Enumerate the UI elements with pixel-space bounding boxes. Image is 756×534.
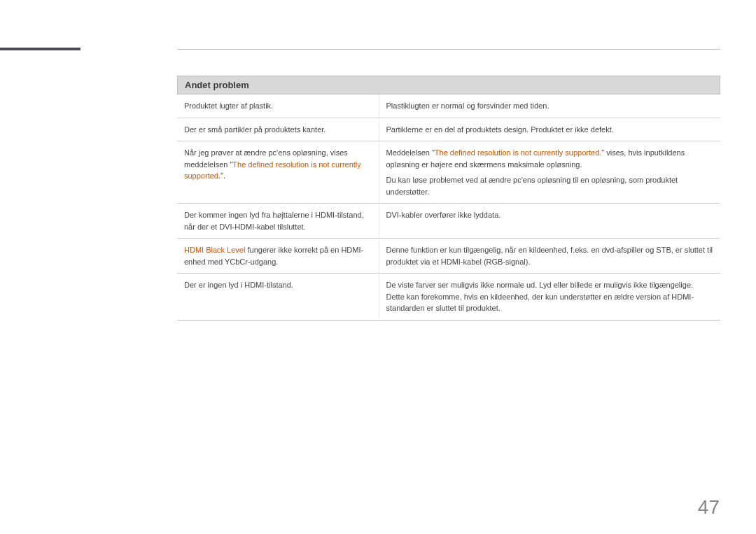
answer-paragraph: Du kan løse problemet ved at ændre pc'en… — [386, 174, 714, 197]
issue-cell: Der er små partikler på produktets kante… — [177, 118, 379, 141]
text-span: Denne funktion er kun tilgængelig, når e… — [386, 246, 713, 266]
answer-cell: De viste farver ser muligvis ikke normal… — [379, 274, 720, 321]
table-row: HDMI Black Level fungerer ikke korrekt p… — [177, 239, 720, 274]
table-row: Produktet lugter af plastik.Plastiklugte… — [177, 94, 720, 118]
text-span: Produktet lugter af plastik. — [184, 101, 273, 110]
main-content: Andet problem Produktet lugter af plasti… — [177, 76, 720, 321]
top-horizontal-rule — [177, 49, 720, 50]
text-span: Partiklerne er en del af produktets desi… — [386, 125, 614, 134]
text-span: Der er ingen lyd i HDMI-tilstand. — [184, 281, 293, 289]
text-span: Plastiklugten er normal og forsvinder me… — [386, 101, 550, 110]
table-row: Der er ingen lyd i HDMI-tilstand.De vist… — [177, 274, 720, 321]
table-row: Der kommer ingen lyd fra højttalerne i H… — [177, 204, 720, 239]
text-span: Du kan løse problemet ved at ændre pc'en… — [386, 176, 678, 196]
text-span: ". — [220, 171, 225, 180]
text-span: DVI-kabler overfører ikke lyddata. — [386, 211, 501, 219]
issue-cell: HDMI Black Level fungerer ikke korrekt p… — [177, 239, 379, 274]
issue-cell: Der kommer ingen lyd fra højttalerne i H… — [177, 204, 379, 239]
text-span: Der kommer ingen lyd fra højttalerne i H… — [184, 211, 364, 231]
accent-bar — [0, 48, 80, 50]
answer-cell: Plastiklugten er normal og forsvinder me… — [379, 94, 720, 118]
answer-cell: Partiklerne er en del af produktets desi… — [379, 118, 720, 141]
answer-cell: Denne funktion er kun tilgængelig, når e… — [379, 239, 720, 274]
text-span: HDMI Black Level — [184, 246, 245, 254]
text-span: Der er små partikler på produktets kante… — [184, 125, 326, 134]
text-span: The defined resolution is not currently … — [435, 148, 601, 157]
table-row: Når jeg prøver at ændre pc'ens opløsning… — [177, 141, 720, 204]
issue-cell: Når jeg prøver at ændre pc'ens opløsning… — [177, 141, 379, 204]
answer-cell: Meddelelsen "The defined resolution is n… — [379, 141, 720, 204]
issue-cell: Der er ingen lyd i HDMI-tilstand. — [177, 274, 379, 321]
troubleshooting-table: Produktet lugter af plastik.Plastiklugte… — [177, 94, 720, 321]
answer-cell: DVI-kabler overfører ikke lyddata. — [379, 204, 720, 239]
issue-cell: Produktet lugter af plastik. — [177, 94, 379, 118]
page-number: 47 — [698, 496, 720, 519]
section-header: Andet problem — [177, 76, 720, 94]
text-span: De viste farver ser muligvis ikke normal… — [386, 281, 694, 312]
answer-paragraph: Meddelelsen "The defined resolution is n… — [386, 147, 714, 170]
table-row: Der er små partikler på produktets kante… — [177, 118, 720, 141]
text-span: Meddelelsen " — [386, 148, 435, 157]
